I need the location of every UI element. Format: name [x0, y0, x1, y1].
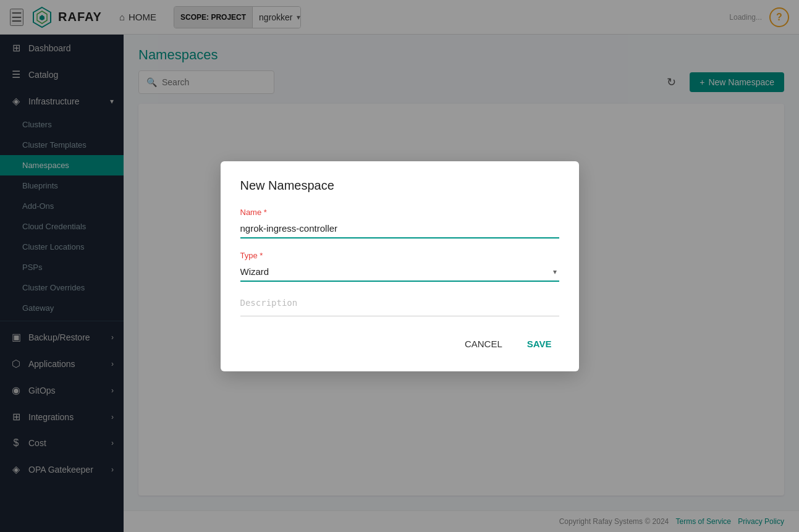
- type-select-wrapper: Wizard Advanced ▾: [240, 263, 559, 282]
- type-required-indicator: *: [258, 251, 263, 260]
- description-input[interactable]: [240, 294, 559, 316]
- form-group-description: [240, 294, 559, 319]
- new-namespace-modal: New Namespace Name * Type * Wizard Advan…: [221, 161, 579, 371]
- form-group-type: Type * Wizard Advanced ▾: [240, 251, 559, 282]
- modal-title: New Namespace: [240, 179, 559, 193]
- type-select[interactable]: Wizard Advanced: [240, 263, 559, 282]
- type-label: Type *: [240, 251, 559, 260]
- modal-actions: CANCEL SAVE: [240, 334, 559, 354]
- save-button[interactable]: SAVE: [520, 334, 559, 354]
- form-group-name: Name *: [240, 208, 559, 239]
- name-required-indicator: *: [261, 208, 267, 217]
- cancel-button[interactable]: CANCEL: [457, 334, 510, 354]
- modal-overlay: New Namespace Name * Type * Wizard Advan…: [0, 0, 799, 532]
- name-label: Name *: [240, 208, 559, 217]
- name-input[interactable]: [240, 219, 559, 239]
